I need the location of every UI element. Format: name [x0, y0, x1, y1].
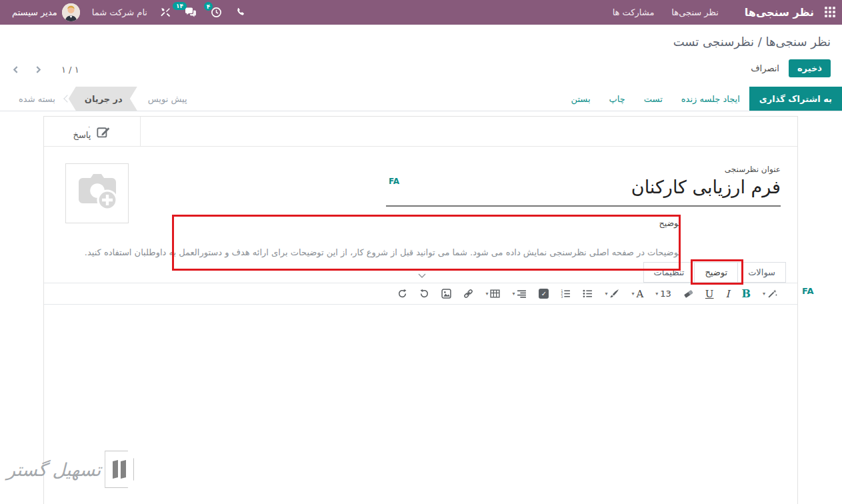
menu-surveys[interactable]: نظر سنجی‌ها — [663, 0, 727, 25]
eraser-icon[interactable] — [683, 289, 693, 299]
redo-icon[interactable] — [397, 289, 407, 299]
tab-options[interactable]: تنظیمات — [643, 262, 695, 283]
user-menu[interactable]: مدیر سیستم — [7, 3, 85, 21]
save-button[interactable]: ذخیره — [789, 59, 831, 77]
caret-down-icon: ▾ — [763, 291, 765, 297]
title-translation-badge[interactable]: FA — [389, 177, 399, 186]
font-size-value: 13 — [660, 289, 671, 299]
survey-title-label: عنوان نظرسنجی — [725, 165, 781, 174]
camera-plus-icon — [73, 171, 121, 215]
close-button[interactable]: بستن — [561, 94, 599, 104]
tab-questions[interactable]: سوالات — [737, 262, 786, 283]
caret-down-icon: ▾ — [485, 291, 488, 297]
create-live-session-button[interactable]: ایجاد جلسه زنده — [672, 94, 749, 104]
description-translation-badge[interactable]: FA — [802, 286, 813, 296]
table-icon — [490, 289, 500, 299]
font-color-dropdown[interactable]: ▾ A — [631, 288, 643, 300]
apps-menu-icon[interactable] — [823, 7, 835, 19]
partner-watermark: تسهیل گستر — [7, 451, 134, 488]
font-color-label: A — [636, 288, 643, 300]
navbar-left-group: ۴ ۱۴ نام شرکت شما مدیر سیستم — [7, 0, 252, 25]
unordered-list-icon[interactable] — [583, 289, 593, 299]
discard-button[interactable]: انصراف — [751, 63, 779, 73]
checklist-icon[interactable]: ✓ — [539, 289, 549, 299]
caret-down-icon: ▾ — [605, 291, 607, 297]
pager: ۱ / ۱ — [4, 61, 79, 77]
align-right-icon — [517, 289, 527, 299]
print-button[interactable]: چاپ — [600, 94, 635, 104]
activities-badge: ۴ — [204, 2, 213, 11]
tools-icon[interactable] — [154, 0, 177, 25]
svg-text:3: 3 — [561, 295, 563, 299]
form-sheet: ۰ پاسخ عنوان نظرسنجی FA فرم ارزیابی کارک… — [43, 116, 798, 504]
clock-icon — [211, 7, 222, 18]
step-closed[interactable]: بسته شده — [8, 87, 66, 111]
caret-down-icon: ▾ — [631, 291, 634, 297]
highlight-dropdown[interactable]: ▾ — [605, 289, 619, 299]
underline-button[interactable]: U — [705, 288, 714, 300]
stat-button-strip: ۰ پاسخ — [44, 117, 797, 147]
chevron-down-icon[interactable] — [418, 269, 426, 281]
caret-down-icon: ▾ — [655, 291, 658, 297]
app-name[interactable]: نظر سنجی‌ها — [745, 6, 814, 19]
answers-label: پاسخ — [73, 131, 91, 140]
answers-stat-button[interactable]: ۰ پاسخ — [44, 117, 141, 147]
paintbrush-icon — [609, 289, 619, 299]
user-name: مدیر سیستم — [12, 7, 57, 17]
statusbar-steps: پیش نویس در جریان بسته شده — [0, 87, 198, 111]
bold-button[interactable]: B — [741, 287, 751, 300]
tab-description[interactable]: توضیح — [694, 262, 738, 283]
partner-logo-icon — [105, 451, 134, 488]
statusbar-actions: به اشتراک گذاری ایجاد جلسه زنده تست چاپ … — [561, 87, 842, 111]
align-dropdown[interactable]: ▾ — [512, 289, 527, 299]
menu-participations[interactable]: مشارکت ها — [604, 0, 663, 25]
control-panel-buttons: ذخیره انصراف — [751, 59, 831, 77]
step-in-progress[interactable]: در جریان — [69, 87, 137, 111]
description-label: توضیح — [173, 218, 681, 228]
stat-text: ۰ پاسخ — [73, 123, 91, 139]
description-field-block[interactable]: توضیح توضیحات در صفحه اصلی نظرسنجی نمایش… — [173, 218, 681, 257]
style-dropdown[interactable]: ▾ — [763, 289, 777, 299]
chat-bubbles-icon — [184, 7, 197, 18]
italic-button[interactable]: I — [726, 288, 730, 300]
survey-title-field[interactable]: FA فرم ارزیابی کارکنان — [386, 175, 781, 207]
messages-item[interactable]: ۱۴ — [177, 0, 204, 25]
statusbar: به اشتراک گذاری ایجاد جلسه زنده تست چاپ … — [0, 87, 842, 111]
editor-toolbar: ▾ ▾ ✓ 123 ▾ ▾ A ▾ — [44, 283, 797, 305]
caret-down-icon: ▾ — [512, 291, 515, 297]
insert-table-dropdown[interactable]: ▾ — [485, 289, 500, 299]
survey-image-field[interactable] — [65, 163, 129, 223]
top-navbar: نظر سنجی‌ها نظر سنجی‌ها مشارکت ها ۴ ۱۴ ن… — [0, 0, 842, 25]
pager-count: ۱ / ۱ — [61, 65, 79, 75]
insert-link-icon[interactable] — [463, 289, 473, 299]
ordered-list-icon[interactable]: 123 — [561, 289, 571, 299]
pager-next-icon[interactable] — [27, 61, 49, 77]
description-placeholder[interactable]: توضیحات در صفحه اصلی نظرسنجی نمایش داده … — [173, 247, 681, 257]
navbar-right-group: نظر سنجی‌ها نظر سنجی‌ها مشارکت ها — [604, 0, 835, 25]
partner-logo-text: تسهیل گستر — [7, 459, 101, 480]
notebook-tabs: سوالات توضیح تنظیمات — [644, 262, 786, 283]
phone-icon[interactable] — [229, 0, 252, 25]
share-button[interactable]: به اشتراک گذاری — [749, 87, 842, 111]
test-button[interactable]: تست — [635, 94, 672, 104]
breadcrumb[interactable]: نظر سنجی‌ها / نظرسنجی تست — [673, 35, 831, 49]
insert-image-icon[interactable] — [441, 289, 451, 299]
magic-wand-icon — [767, 289, 777, 299]
avatar — [62, 3, 80, 21]
activities-item[interactable]: ۴ — [204, 0, 229, 25]
survey-title-value[interactable]: فرم ارزیابی کارکنان — [386, 175, 781, 199]
font-size-dropdown[interactable]: ▾ 13 — [655, 289, 671, 299]
edit-pencil-icon — [97, 125, 111, 139]
survey-form-page: نظر سنجی‌ها نظر سنجی‌ها مشارکت ها ۴ ۱۴ ن… — [0, 0, 842, 504]
pager-previous-icon[interactable] — [4, 61, 27, 77]
company-switcher[interactable]: نام شرکت شما — [85, 0, 154, 25]
undo-icon[interactable] — [419, 289, 429, 299]
step-draft[interactable]: پیش نویس — [137, 87, 198, 111]
